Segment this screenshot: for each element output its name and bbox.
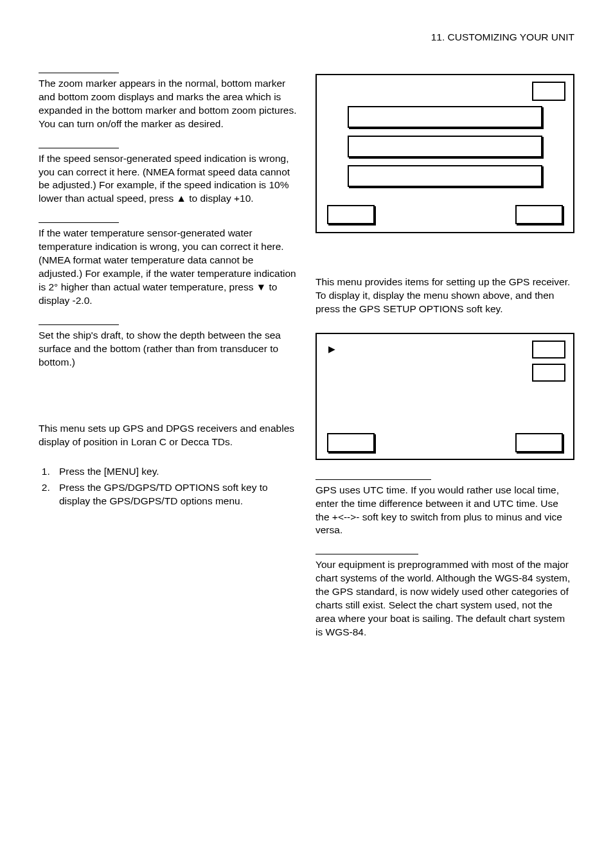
figure-row-box bbox=[348, 165, 542, 187]
section-chart-system: Your equipment is preprogrammed with mos… bbox=[315, 554, 574, 639]
placeholder-box bbox=[532, 82, 565, 101]
list-item: Press the GPS/DGPS/TD OPTIONS soft key t… bbox=[53, 481, 298, 508]
figure-right-boxes bbox=[532, 341, 565, 382]
list-item: Press the [MENU] key. bbox=[53, 465, 298, 479]
section-gps-menu-intro: This menu sets up GPS and DPGS receivers… bbox=[39, 422, 298, 449]
body-text: This menu provides items for setting up … bbox=[315, 276, 574, 316]
section-rule bbox=[39, 222, 119, 223]
figure-bottom-row bbox=[324, 433, 565, 454]
figure-top-row: ▶ bbox=[324, 341, 565, 382]
section-local-time: GPS uses UTC time. If you would rather u… bbox=[315, 479, 574, 538]
pointer-icon: ▶ bbox=[324, 341, 335, 355]
body-text: Your equipment is preprogrammed with mos… bbox=[315, 558, 574, 639]
placeholder-box bbox=[532, 341, 565, 359]
body-text: This menu sets up GPS and DPGS receivers… bbox=[39, 422, 298, 449]
left-column: The zoom marker appears in the normal, b… bbox=[39, 73, 298, 656]
body-text: Set the ship's draft, to show the depth … bbox=[39, 329, 298, 369]
figure-corner-box bbox=[324, 82, 565, 101]
figure-row-box bbox=[348, 106, 542, 128]
section-rule bbox=[39, 73, 119, 73]
figure-button-box bbox=[327, 205, 375, 224]
body-text: If the water temperature sensor-generate… bbox=[39, 227, 298, 308]
body-text: If the speed sensor-generated speed indi… bbox=[39, 152, 298, 206]
placeholder-box bbox=[532, 364, 565, 382]
figure-bottom-row bbox=[324, 205, 565, 226]
section-rule bbox=[315, 479, 431, 480]
two-column-layout: The zoom marker appears in the normal, b… bbox=[39, 73, 574, 656]
figure-button-box bbox=[515, 205, 563, 224]
right-column: This menu provides items for setting up … bbox=[315, 73, 574, 656]
section-gps-setup: This menu provides items for setting up … bbox=[315, 276, 574, 316]
figure-gps-setup-menu: ▶ bbox=[315, 333, 574, 460]
section-draft: Set the ship's draft, to show the depth … bbox=[39, 324, 298, 369]
section-rule bbox=[39, 148, 119, 148]
figure-button-box bbox=[515, 433, 563, 452]
figure-row-box bbox=[348, 136, 542, 157]
numbered-steps: Press the [MENU] key. Press the GPS/DGPS… bbox=[39, 465, 298, 508]
section-speed-adjust: If the speed sensor-generated speed indi… bbox=[39, 148, 298, 206]
body-text: GPS uses UTC time. If you would rather u… bbox=[315, 484, 574, 538]
page-header: 11. CUSTOMIZING YOUR UNIT bbox=[39, 31, 574, 44]
body-text: The zoom marker appears in the normal, b… bbox=[39, 77, 298, 131]
section-rule bbox=[315, 554, 418, 554]
section-temp-adjust: If the water temperature sensor-generate… bbox=[39, 222, 298, 308]
section-zoom-marker: The zoom marker appears in the normal, b… bbox=[39, 73, 298, 131]
figure-options-menu bbox=[315, 74, 574, 233]
figure-button-box bbox=[327, 433, 375, 452]
section-rule bbox=[39, 324, 119, 325]
